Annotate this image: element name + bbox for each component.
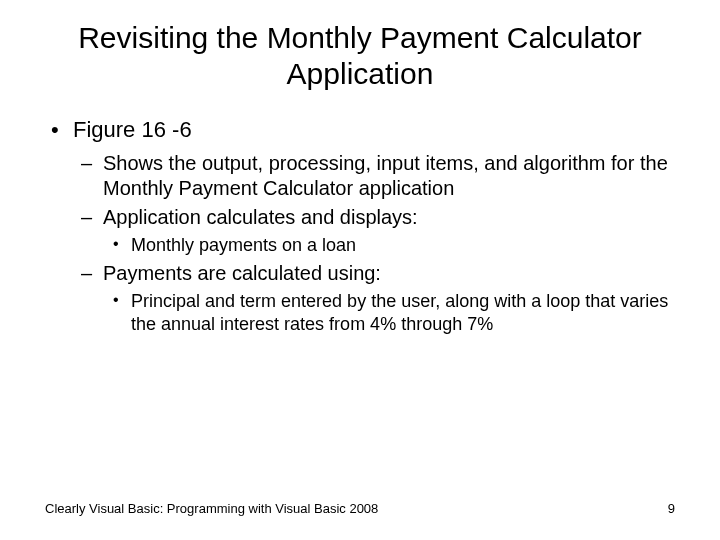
bullet-text: Payments are calculated using: — [103, 262, 381, 284]
bullet-list-level2: Shows the output, processing, input item… — [73, 151, 675, 337]
slide: Revisiting the Monthly Payment Calculato… — [0, 0, 720, 337]
list-item: Shows the output, processing, input item… — [73, 151, 675, 201]
list-item: Payments are calculated using: Principal… — [73, 261, 675, 337]
bullet-text: Principal and term entered by the user, … — [131, 291, 668, 334]
footer-source: Clearly Visual Basic: Programming with V… — [45, 501, 378, 516]
bullet-text: Figure 16 -6 — [73, 117, 192, 142]
list-item: Figure 16 -6 Shows the output, processin… — [45, 116, 675, 337]
slide-title: Revisiting the Monthly Payment Calculato… — [45, 20, 675, 92]
list-item: Monthly payments on a loan — [103, 234, 675, 257]
bullet-list-level3: Monthly payments on a loan — [103, 234, 675, 257]
bullet-text: Shows the output, processing, input item… — [103, 152, 668, 199]
bullet-list-level1: Figure 16 -6 Shows the output, processin… — [45, 116, 675, 337]
bullet-text: Monthly payments on a loan — [131, 235, 356, 255]
page-number: 9 — [668, 501, 675, 516]
list-item: Application calculates and displays: Mon… — [73, 205, 675, 257]
list-item: Principal and term entered by the user, … — [103, 290, 675, 337]
bullet-text: Application calculates and displays: — [103, 206, 418, 228]
bullet-list-level3: Principal and term entered by the user, … — [103, 290, 675, 337]
